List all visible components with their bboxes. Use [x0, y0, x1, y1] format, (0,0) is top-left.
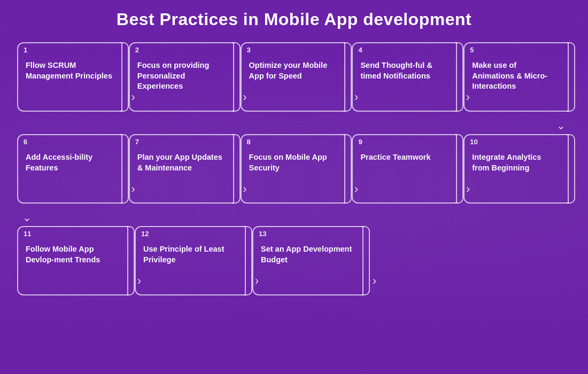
cell-num-11: 11	[24, 230, 31, 237]
row-1: 1Fllow SCRUM Management Principles›2Focu…	[15, 39, 573, 119]
cell-num-12: 12	[141, 230, 149, 237]
cell-num-10: 10	[470, 138, 477, 145]
cell-10: 10Integrate Analytics from Beginning›	[461, 131, 573, 211]
row-2: 10Integrate Analytics from Beginning›9Pr…	[15, 131, 573, 211]
cell-text-3: Optimize your Mobile App for Speed	[249, 60, 336, 81]
cell-text-7: Plan your App Updates & Maintenance	[137, 152, 225, 173]
cell-2: 2Focus on providing Personalized Experie…	[127, 39, 238, 119]
cell-num-3: 3	[247, 46, 251, 53]
cell-text-5: Make use of Animations & Micro-Interacti…	[472, 60, 559, 92]
arrow-4: ›	[466, 90, 470, 104]
down-arrow-2: ⌄	[22, 212, 32, 223]
cell-num-1: 1	[24, 46, 27, 53]
arrow-12: ›	[255, 274, 259, 288]
cell-text-10: Integrate Analytics from Beginning	[472, 152, 559, 173]
cell-num-9: 9	[358, 138, 362, 145]
arrow-3: ›	[354, 90, 358, 104]
row-3: 11Follow Mobile App Devlop-ment Trends›1…	[15, 223, 573, 303]
cell-text-2: Focus on providing Personalized Experien…	[137, 60, 225, 92]
cell-text-11: Follow Mobile App Devlop-ment Trends	[26, 244, 119, 265]
cell-1: 1Fllow SCRUM Management Principles›	[15, 39, 127, 119]
content-grid: 1Fllow SCRUM Management Principles›2Focu…	[15, 39, 573, 305]
arrow-8: ›	[354, 182, 358, 196]
cell-12: 12Use Principle of Least Privilege›	[133, 223, 250, 303]
cell-text-8: Focus on Mobile App Security	[249, 152, 336, 173]
page-title: Best Practices in Mobile App development	[15, 10, 573, 29]
cell-3: 3Optimize your Mobile App for Speed›	[238, 39, 350, 119]
arrow-7: ›	[243, 182, 246, 196]
cell-num-7: 7	[135, 138, 139, 145]
arrow-6: ›	[131, 182, 135, 196]
cell-num-6: 6	[24, 138, 27, 145]
cell-text-12: Use Principle of Least Privilege	[143, 244, 236, 265]
cell-6: 6Add Accessi-bility Features›	[15, 131, 127, 211]
cell-11: 11Follow Mobile App Devlop-ment Trends›	[15, 223, 133, 303]
cell-num-13: 13	[259, 230, 266, 237]
arrow-11: ›	[137, 274, 141, 288]
cell-text-4: Send Thought-ful & timed Notifications	[360, 60, 447, 81]
cell-text-1: Fllow SCRUM Management Principles	[26, 60, 113, 81]
cell-5: 5Make use of Animations & Micro-Interact…	[461, 39, 573, 119]
arrow-2: ›	[243, 90, 246, 104]
cell-text-13: Set an App Development Budget	[261, 244, 354, 265]
cell-7: 7Plan your App Updates & Maintenance›	[127, 131, 238, 211]
row-connector-1-2: ⌄	[15, 120, 573, 131]
cell-text-9: Practice Teamwork	[360, 152, 447, 163]
down-arrow-1: ⌄	[556, 120, 566, 131]
cell-text-6: Add Accessi-bility Features	[26, 152, 113, 173]
cell-4: 4Send Thought-ful & timed Notifications›	[350, 39, 461, 119]
cell-num-4: 4	[358, 46, 362, 53]
arrow-9: ›	[466, 182, 470, 196]
cell-13: 13Set an App Development Budget›	[250, 223, 368, 303]
cell-num-5: 5	[470, 46, 474, 53]
main-container: Best Practices in Mobile App development…	[0, 0, 588, 310]
row-connector-2-3: ⌄	[15, 212, 573, 223]
arrow-1: ›	[131, 90, 135, 104]
cell-9: 9Practice Teamwork›	[350, 131, 461, 211]
cell-num-2: 2	[135, 46, 139, 53]
cell-num-8: 8	[247, 138, 251, 145]
cell-8: 8Focus on Mobile App Security›	[238, 131, 350, 211]
arrow-13: ›	[373, 274, 376, 288]
